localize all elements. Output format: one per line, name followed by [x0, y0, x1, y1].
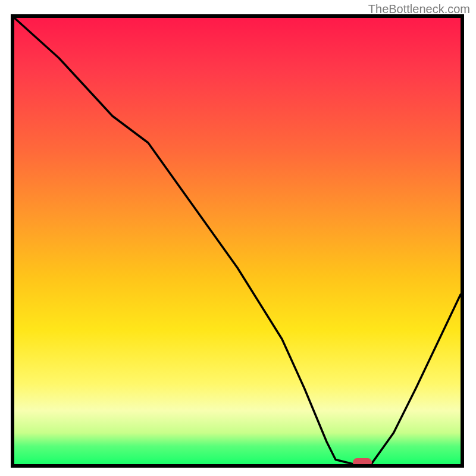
watermark-text: TheBottleneck.com — [368, 2, 470, 16]
bottleneck-curve — [14, 18, 461, 464]
optimal-marker — [353, 458, 372, 466]
plot-area — [11, 14, 464, 468]
